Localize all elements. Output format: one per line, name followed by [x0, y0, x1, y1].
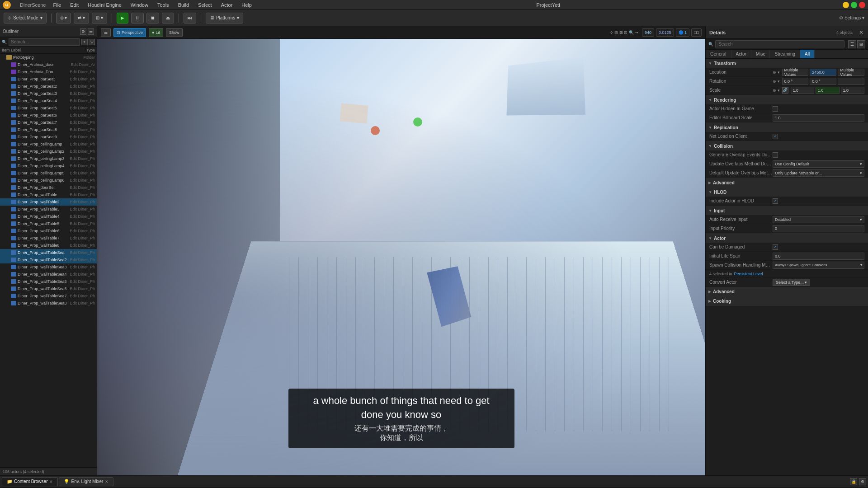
outliner-item[interactable]: Diner_Prop_wallTable5Edit Diner_Ph — [0, 220, 97, 227]
rendering-section-header[interactable]: ▼ Rendering — [706, 95, 868, 104]
outliner-item[interactable]: Diner_Archnia_DooEdit Diner_Ph — [0, 68, 97, 75]
outliner-item[interactable]: Diner_Prop_ceilingLamp4Edit Diner_Ph — [0, 162, 97, 169]
maximize-button[interactable] — [851, 2, 857, 8]
tab-actor[interactable]: Actor — [731, 50, 751, 58]
scale-y[interactable]: 1.0 — [816, 87, 840, 94]
outliner-item[interactable]: Diner_Prop_doorBellEdit Diner_Ph — [0, 184, 97, 191]
viewport-panel[interactable]: ☰ ⊡ Perspective ● Lit Show ⊹ ⊞ ⊠ ⊡ 🔍 ⊸ 9… — [97, 26, 705, 475]
details-close-button[interactable]: ✕ — [858, 29, 864, 36]
billboard-scale-value[interactable]: 1.0 — [773, 114, 864, 122]
outliner-item[interactable]: Diner_Prop_barSeat9Edit Diner_Ph — [0, 133, 97, 141]
outliner-item[interactable]: Diner_Prop_barSeat3Edit Diner_Ph — [0, 90, 97, 97]
outliner-item[interactable]: Diner_Prop_ceilingLampEdit Diner_Ph — [0, 141, 97, 148]
rotation-type-dropdown[interactable]: ⊕ ▾ — [773, 79, 780, 84]
menu-select[interactable]: Select — [196, 2, 214, 8]
generate-overlap-checkbox[interactable] — [773, 152, 778, 158]
outliner-item[interactable]: Diner_Prop_barSeatEdit Diner_Ph — [0, 75, 97, 83]
include-hlod-checkbox[interactable]: ✓ — [773, 198, 778, 204]
minimize-button[interactable] — [843, 2, 849, 8]
menu-actor[interactable]: Actor — [219, 2, 235, 8]
env-light-mixer-tab[interactable]: 💡 Env. Light Mixer ✕ — [59, 477, 113, 486]
transform-mode-btn[interactable]: ⇄ ▾ — [74, 13, 89, 23]
menu-help[interactable]: Help — [240, 2, 254, 8]
outliner-item[interactable]: Diner_Prop_wallTable6Edit Diner_Ph — [0, 227, 97, 235]
initial-life-span-value[interactable]: 0.0 — [773, 253, 864, 260]
transform-section-header[interactable]: ▼ Transform — [706, 59, 868, 68]
lit-button[interactable]: ● Lit — [149, 28, 163, 37]
outliner-item[interactable]: Diner_Prop_barSeat4Edit Diner_Ph — [0, 97, 97, 104]
settings-gear-btn[interactable]: ⚙ — [859, 478, 866, 485]
scale-z[interactable]: 1.0 — [841, 87, 865, 94]
outliner-item[interactable]: Diner_Prop_wallTableSeaEdit Diner_Ph — [0, 249, 97, 256]
platforms-button[interactable]: 🖥 Platforms ▾ — [206, 13, 243, 23]
details-list-view-btn[interactable]: ☰ — [848, 40, 856, 48]
outliner-item[interactable]: Diner_Prop_wallTable7Edit Diner_Ph — [0, 235, 97, 242]
play-button[interactable]: ▶ — [117, 13, 128, 23]
tab-misc[interactable]: Misc — [751, 50, 770, 58]
outliner-add-btn[interactable]: + — [81, 39, 88, 45]
viewport-menu-btn[interactable]: ☰ — [101, 28, 111, 37]
scale-x[interactable]: 1.0 — [791, 87, 815, 94]
outliner-item[interactable]: Diner_Prop_wallTableSea2Edit Diner_Ph — [0, 256, 97, 263]
menu-edit[interactable]: Edit — [68, 2, 80, 8]
scale-type-dropdown[interactable]: ⊕ ▾ — [773, 88, 780, 93]
outliner-item[interactable]: Diner_Prop_ceilingLamp5Edit Diner_Ph — [0, 169, 97, 177]
settings-link[interactable]: ⚙ Settings ▾ — [839, 15, 864, 20]
outliner-item[interactable]: Diner_Archnia_doorEdit Diner_Ar — [0, 61, 97, 68]
outliner-options-btn[interactable]: ☰ — [88, 28, 94, 35]
outliner-item[interactable]: Diner_Prop_ceilingLamp6Edit Diner_Ph — [0, 177, 97, 184]
location-x[interactable]: Multiple Values — [782, 69, 809, 76]
snap-btn[interactable]: ⊞ ▾ — [92, 13, 107, 23]
show-button[interactable]: Show — [166, 28, 183, 37]
net-load-checkbox[interactable]: ✓ — [773, 134, 778, 139]
rotation-y[interactable]: 0.0 ° — [810, 78, 836, 85]
tab-all[interactable]: All — [800, 50, 815, 58]
transform-btn[interactable]: ⊕ ▾ — [56, 13, 71, 23]
outliner-item[interactable]: Diner_Prop_wallTableSea8Edit Diner_Ph — [0, 300, 97, 307]
location-z[interactable]: Multiple Values — [838, 69, 864, 76]
advanced-section-header-2[interactable]: ▶ Advanced — [706, 287, 868, 296]
outliner-item[interactable]: Diner_Prop_wallTableEdit Diner_Ph — [0, 191, 97, 198]
spawn-collision-dropdown[interactable]: Always Spawn, Ignore Collisions ▾ — [773, 262, 864, 269]
pause-button[interactable]: ⏸ — [131, 13, 144, 23]
outliner-search-input[interactable] — [9, 38, 80, 46]
close-button[interactable] — [859, 2, 865, 8]
outliner-item[interactable]: Diner_Prop_wallTable3Edit Diner_Ph — [0, 206, 97, 213]
lock-btn[interactable]: 🔒 — [850, 478, 857, 485]
outliner-item[interactable]: Diner_Prop_wallTable2Edit Diner_Ph — [0, 198, 97, 206]
menu-houdini-engine[interactable]: Houdini Engine — [86, 2, 123, 8]
outliner-item[interactable]: Diner_Prop_barSeat2Edit Diner_Ph — [0, 83, 97, 90]
outliner-item[interactable]: Diner_Prop_wallTableSea6Edit Diner_Ph — [0, 285, 97, 292]
menu-tools[interactable]: Tools — [156, 2, 171, 8]
outliner-item[interactable]: Diner_Prop_wallTableSea4Edit Diner_Ph — [0, 271, 97, 278]
menu-file[interactable]: File — [51, 2, 63, 8]
outliner-item[interactable]: Diner_Prop_barSeat5Edit Diner_Ph — [0, 104, 97, 112]
location-type-dropdown[interactable]: ⊕ ▾ — [773, 70, 780, 75]
advanced-section-header[interactable]: ▶ Advanced — [706, 178, 868, 187]
actor-hidden-checkbox[interactable] — [773, 106, 778, 112]
tab-streaming[interactable]: Streaming — [770, 50, 800, 58]
outliner-item[interactable]: Diner_Prop_ceilingLamp3Edit Diner_Ph — [0, 155, 97, 162]
tab-general[interactable]: General — [706, 50, 731, 58]
select-mode-button[interactable]: ⊹ Select Mode ▾ — [4, 13, 47, 23]
location-y[interactable]: 2450.0 — [810, 69, 836, 76]
replication-section-header[interactable]: ▼ Replication — [706, 123, 868, 132]
outliner-item[interactable]: PrototypingFolder — [0, 54, 97, 61]
outliner-item[interactable]: Diner_Prop_wallTable4Edit Diner_Ph — [0, 213, 97, 220]
can-be-damaged-checkbox[interactable]: ✓ — [773, 244, 778, 250]
outliner-item[interactable]: Diner_Prop_barSeat6Edit Diner_Ph — [0, 112, 97, 119]
outliner-item[interactable]: Diner_Prop_barSeat7Edit Diner_Ph — [0, 119, 97, 126]
collision-section-header[interactable]: ▼ Collision — [706, 141, 868, 150]
perspective-button[interactable]: ⊡ Perspective — [113, 28, 146, 37]
update-overlaps-dropdown[interactable]: Use Config Default ▾ — [773, 160, 864, 168]
rotation-z[interactable] — [838, 78, 864, 85]
outliner-item[interactable]: Diner_Prop_wallTable8Edit Diner_Ph — [0, 242, 97, 249]
scale-lock-button[interactable]: 🔗 — [782, 87, 788, 94]
outliner-item[interactable]: Diner_Prop_wallTableSea5Edit Diner_Ph — [0, 278, 97, 285]
details-grid-view-btn[interactable]: ⊞ — [857, 40, 865, 48]
hlod-section-header[interactable]: ▼ HLOD — [706, 188, 868, 197]
eject-button[interactable]: ⏏ — [162, 13, 174, 23]
outliner-settings-btn[interactable]: ⚙ — [80, 28, 86, 35]
details-search-input[interactable] — [715, 40, 844, 48]
stop-button[interactable]: ⏹ — [146, 13, 159, 23]
